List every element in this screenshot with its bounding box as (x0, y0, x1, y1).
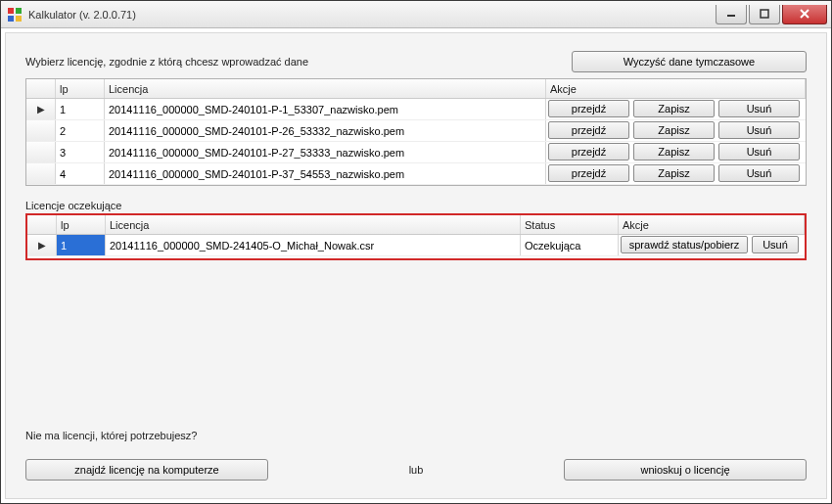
save-button[interactable]: Zapisz (633, 164, 715, 182)
row-indicator (26, 142, 56, 162)
save-button[interactable]: Zapisz (633, 121, 715, 139)
table-row[interactable]: 220141116_000000_SMD-240101-P-26_53332_n… (26, 120, 806, 142)
cell-license: 20141116_000000_SMD-240101-P-37_54553_na… (105, 163, 546, 184)
or-label: lub (268, 464, 564, 476)
cell-lp: 1 (57, 235, 106, 255)
svg-rect-0 (8, 8, 14, 14)
delete-button[interactable]: Usuń (718, 164, 800, 182)
column-status[interactable]: Status (521, 215, 619, 234)
column-lp[interactable]: lp (56, 79, 105, 98)
cell-actions: przejdźZapiszUsuń (546, 120, 806, 141)
row-indicator (26, 120, 56, 141)
cell-actions: przejdźZapiszUsuń (546, 99, 806, 119)
row-indicator (26, 163, 56, 184)
column-license[interactable]: Licencja (106, 215, 521, 234)
pending-section-label: Licencje oczekujące (25, 200, 807, 211)
delete-button[interactable]: Usuń (718, 121, 800, 139)
find-license-button[interactable]: znajdź licencję na komputerze (25, 459, 268, 481)
svg-rect-2 (8, 16, 14, 22)
cell-lp: 1 (56, 99, 105, 119)
cell-lp: 4 (56, 163, 105, 184)
minimize-button[interactable] (716, 5, 747, 24)
cell-license: 20141116_000000_SMD-241405-O_Michał_Nowa… (106, 235, 521, 255)
grid-body[interactable]: ▶120141116_000000_SMD-240101-P-1_53307_n… (26, 99, 806, 185)
pending-grid: lp Licencja Status Akcje ▶120141116_0000… (27, 215, 805, 258)
column-license[interactable]: Licencja (105, 79, 546, 98)
go-button[interactable]: przejdź (548, 100, 629, 117)
check-status-button[interactable]: sprawdź status/pobierz (621, 236, 748, 253)
cell-lp: 3 (56, 142, 105, 162)
column-lp[interactable]: lp (57, 215, 106, 234)
cell-actions: przejdźZapiszUsuń (546, 142, 806, 162)
clear-temp-button[interactable]: Wyczyść dane tymczasowe (572, 51, 807, 72)
table-row[interactable]: 420141116_000000_SMD-240101-P-37_54553_n… (26, 163, 806, 185)
grid-body[interactable]: ▶120141116_000000_SMD-241405-O_Michał_No… (27, 235, 805, 256)
instruction-label: Wybierz licencję, zgodnie z którą chcesz… (25, 56, 308, 68)
apply-license-button[interactable]: wnioskuj o licencję (564, 459, 807, 481)
cell-license: 20141116_000000_SMD-240101-P-1_53307_naz… (105, 99, 546, 119)
column-selector[interactable] (27, 215, 57, 234)
go-button[interactable]: przejdź (548, 164, 629, 182)
app-icon (7, 7, 23, 23)
svg-rect-5 (761, 10, 768, 18)
no-license-label: Nie ma licencji, której potrzebujesz? (25, 430, 807, 441)
grid-header: lp Licencja Status Akcje (27, 215, 805, 235)
current-row-arrow-icon: ▶ (38, 240, 46, 251)
grid-header: lp Licencja Akcje (26, 79, 806, 99)
cell-license: 20141116_000000_SMD-240101-P-27_53333_na… (105, 142, 546, 162)
table-row[interactable]: ▶120141116_000000_SMD-240101-P-1_53307_n… (26, 99, 806, 120)
app-window: Kalkulator (v. 2.0.0.71) Wybierz licencj… (0, 0, 832, 504)
maximize-button[interactable] (749, 5, 780, 24)
cell-actions: sprawdź status/pobierzUsuń (619, 235, 805, 255)
cell-status: Oczekująca (521, 235, 619, 255)
delete-button[interactable]: Usuń (752, 236, 799, 253)
go-button[interactable]: przejdź (548, 143, 629, 160)
svg-rect-1 (16, 8, 22, 14)
delete-button[interactable]: Usuń (718, 143, 800, 160)
window-controls (714, 5, 827, 24)
current-row-arrow-icon: ▶ (37, 104, 45, 115)
content-panel: Wybierz licencję, zgodnie z którą chcesz… (5, 32, 827, 499)
cell-lp: 2 (56, 120, 105, 141)
row-indicator: ▶ (26, 99, 56, 119)
svg-rect-3 (16, 16, 22, 22)
close-button[interactable] (782, 5, 827, 24)
table-row[interactable]: 320141116_000000_SMD-240101-P-27_53333_n… (26, 142, 806, 163)
pending-highlight-frame: lp Licencja Status Akcje ▶120141116_0000… (25, 213, 807, 260)
column-actions[interactable]: Akcje (546, 79, 806, 98)
delete-button[interactable]: Usuń (718, 100, 800, 117)
save-button[interactable]: Zapisz (633, 143, 715, 160)
cell-actions: przejdźZapiszUsuń (546, 163, 806, 184)
table-row[interactable]: ▶120141116_000000_SMD-241405-O_Michał_No… (27, 235, 805, 256)
go-button[interactable]: przejdź (548, 121, 629, 139)
licenses-grid: lp Licencja Akcje ▶120141116_000000_SMD-… (25, 78, 807, 186)
save-button[interactable]: Zapisz (633, 100, 715, 117)
titlebar[interactable]: Kalkulator (v. 2.0.0.71) (1, 1, 831, 28)
column-actions[interactable]: Akcje (619, 215, 805, 234)
window-title: Kalkulator (v. 2.0.0.71) (28, 9, 714, 21)
column-selector[interactable] (26, 79, 56, 98)
cell-license: 20141116_000000_SMD-240101-P-26_53332_na… (105, 120, 546, 141)
row-indicator: ▶ (27, 235, 57, 255)
